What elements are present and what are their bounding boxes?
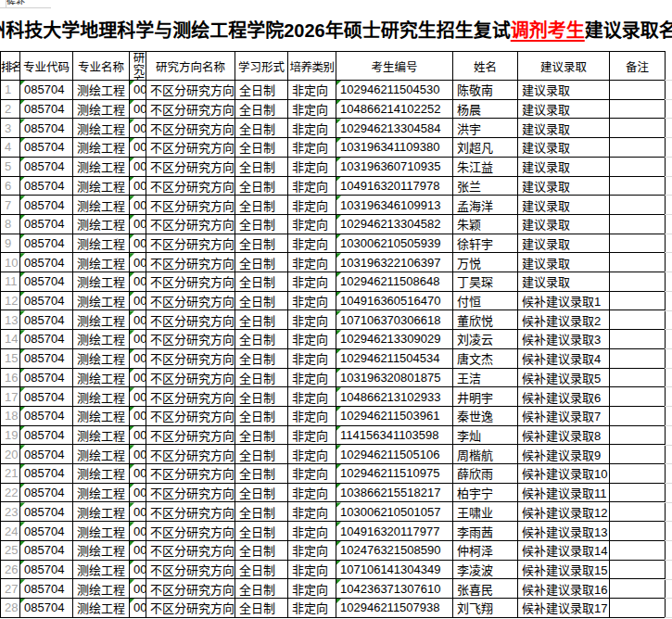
cell-name[interactable]: 刘飞翔 — [453, 598, 518, 617]
cell-candidate-no[interactable]: 102946213304582 — [336, 214, 453, 234]
cell-direction-name[interactable]: 不区分研究方向 — [146, 310, 235, 330]
cell-decision[interactable]: 建议录取 — [518, 81, 610, 100]
cell-remark[interactable] — [610, 387, 666, 407]
cell-rank[interactable]: 28 — [1, 598, 20, 617]
cell-name[interactable]: 洪宇 — [453, 119, 518, 138]
cell-direction-code[interactable]: 00 — [130, 99, 146, 119]
cell-major-name[interactable]: 测绘工程 — [73, 81, 130, 100]
cell-major-name[interactable]: 测绘工程 — [73, 310, 130, 330]
cell-major-code[interactable]: 085704 — [20, 406, 73, 425]
cell-decision[interactable]: 候补建议录取15 — [518, 560, 610, 579]
cell-candidate-no[interactable]: 102946211503961 — [336, 406, 453, 425]
cell-candidate-no[interactable]: 104866213102933 — [336, 387, 453, 407]
cell-decision[interactable]: 建议录取 — [518, 234, 610, 253]
cell-major-name[interactable]: 测绘工程 — [73, 502, 130, 522]
cell-study-form[interactable]: 全日制 — [235, 445, 288, 464]
cell-remark[interactable] — [610, 348, 666, 368]
cell-decision[interactable]: 建议录取 — [518, 176, 610, 196]
cell-decision[interactable]: 建议录取 — [518, 214, 610, 234]
cell-major-code[interactable]: 085704 — [20, 214, 73, 234]
cell-rank[interactable]: 5 — [1, 157, 20, 176]
cell-study-form[interactable]: 全日制 — [235, 387, 288, 407]
cell-training-type[interactable]: 非定向 — [288, 483, 336, 502]
cell-rank[interactable]: 25 — [1, 540, 20, 560]
cell-direction-code[interactable]: 00 — [130, 253, 146, 272]
cell-major-name[interactable]: 测绘工程 — [73, 464, 130, 484]
cell-decision[interactable]: 建议录取 — [518, 138, 610, 158]
cell-training-type[interactable]: 非定向 — [288, 502, 336, 522]
header-major-code[interactable]: 专业代码 — [20, 52, 73, 81]
cell-direction-code[interactable]: 00 — [130, 81, 146, 100]
cell-direction-code[interactable]: 00 — [130, 387, 146, 407]
cell-remark[interactable] — [610, 310, 666, 330]
cell-major-code[interactable]: 085704 — [20, 483, 73, 502]
cell-major-code[interactable]: 085704 — [20, 310, 73, 330]
cell-direction-code[interactable]: 00 — [130, 348, 146, 368]
cell-candidate-no[interactable]: 104866214102252 — [336, 99, 453, 119]
cell-decision[interactable]: 候补建议录取1 — [518, 291, 610, 310]
header-name[interactable]: 姓名 — [453, 52, 518, 81]
cell-remark[interactable] — [610, 119, 666, 138]
cell-direction-name[interactable]: 不区分研究方向 — [146, 138, 235, 158]
cell-direction-code[interactable]: 00 — [130, 138, 146, 158]
cell-major-code[interactable]: 085704 — [20, 464, 73, 484]
cell-remark[interactable] — [610, 99, 666, 119]
cell-training-type[interactable]: 非定向 — [288, 540, 336, 560]
cell-training-type[interactable]: 非定向 — [288, 119, 336, 138]
cell-rank[interactable]: 17 — [1, 387, 20, 407]
cell-name[interactable]: 徐轩宇 — [453, 234, 518, 253]
cell-remark[interactable] — [610, 157, 666, 176]
cell-training-type[interactable]: 非定向 — [288, 138, 336, 158]
cell-major-name[interactable]: 测绘工程 — [73, 598, 130, 617]
cell-direction-name[interactable]: 不区分研究方向 — [146, 445, 235, 464]
cell-training-type[interactable]: 非定向 — [288, 368, 336, 387]
cell-decision[interactable]: 候补建议录取3 — [518, 330, 610, 349]
cell-direction-code[interactable]: 00 — [130, 234, 146, 253]
cell-study-form[interactable]: 全日制 — [235, 253, 288, 272]
cell-direction-name[interactable]: 不区分研究方向 — [146, 291, 235, 310]
cell-direction-code[interactable]: 00 — [130, 445, 146, 464]
cell-candidate-no[interactable]: 104236371307610 — [336, 579, 453, 599]
cell-major-name[interactable]: 测绘工程 — [73, 348, 130, 368]
cell-study-form[interactable]: 全日制 — [235, 157, 288, 176]
cell-candidate-no[interactable]: 104916320117977 — [336, 522, 453, 541]
cell-direction-name[interactable]: 不区分研究方向 — [146, 234, 235, 253]
cell-major-name[interactable]: 测绘工程 — [73, 483, 130, 502]
cell-name[interactable]: 王啸业 — [453, 502, 518, 522]
cell-direction-code[interactable]: 00 — [130, 272, 146, 292]
cell-major-code[interactable]: 085704 — [20, 502, 73, 522]
cell-name[interactable]: 万悦 — [453, 253, 518, 272]
cell-candidate-no[interactable]: 103006210505939 — [336, 234, 453, 253]
cell-major-name[interactable]: 测绘工程 — [73, 560, 130, 579]
cell-training-type[interactable]: 非定向 — [288, 196, 336, 215]
cell-direction-name[interactable]: 不区分研究方向 — [146, 425, 235, 445]
header-remark[interactable]: 备注 — [610, 52, 666, 81]
cell-remark[interactable] — [610, 579, 666, 599]
cell-major-code[interactable]: 085704 — [20, 598, 73, 617]
cell-direction-code[interactable]: 00 — [130, 425, 146, 445]
cell-name[interactable]: 丁昊琛 — [453, 272, 518, 292]
cell-training-type[interactable]: 非定向 — [288, 445, 336, 464]
cell-major-code[interactable]: 085704 — [20, 579, 73, 599]
cell-remark[interactable] — [610, 253, 666, 272]
cell-study-form[interactable]: 全日制 — [235, 560, 288, 579]
header-major-name[interactable]: 专业名称 — [73, 52, 130, 81]
cell-major-name[interactable]: 测绘工程 — [73, 272, 130, 292]
cell-candidate-no[interactable]: 102476321508590 — [336, 540, 453, 560]
cell-name[interactable]: 刘凌云 — [453, 330, 518, 349]
cell-name[interactable]: 刘超凡 — [453, 138, 518, 158]
cell-name[interactable]: 李雨茜 — [453, 522, 518, 541]
cell-study-form[interactable]: 全日制 — [235, 176, 288, 196]
cell-direction-code[interactable]: 00 — [130, 291, 146, 310]
cell-decision[interactable]: 建议录取 — [518, 253, 610, 272]
cell-study-form[interactable]: 全日制 — [235, 502, 288, 522]
cell-name[interactable]: 唐文杰 — [453, 348, 518, 368]
cell-major-name[interactable]: 测绘工程 — [73, 291, 130, 310]
cell-training-type[interactable]: 非定向 — [288, 598, 336, 617]
cell-decision[interactable]: 候补建议录取8 — [518, 425, 610, 445]
cell-name[interactable]: 杨晨 — [453, 99, 518, 119]
cell-decision[interactable]: 候补建议录取12 — [518, 502, 610, 522]
cell-name[interactable]: 付恒 — [453, 291, 518, 310]
cell-rank[interactable]: 2 — [1, 99, 20, 119]
cell-training-type[interactable]: 非定向 — [288, 387, 336, 407]
